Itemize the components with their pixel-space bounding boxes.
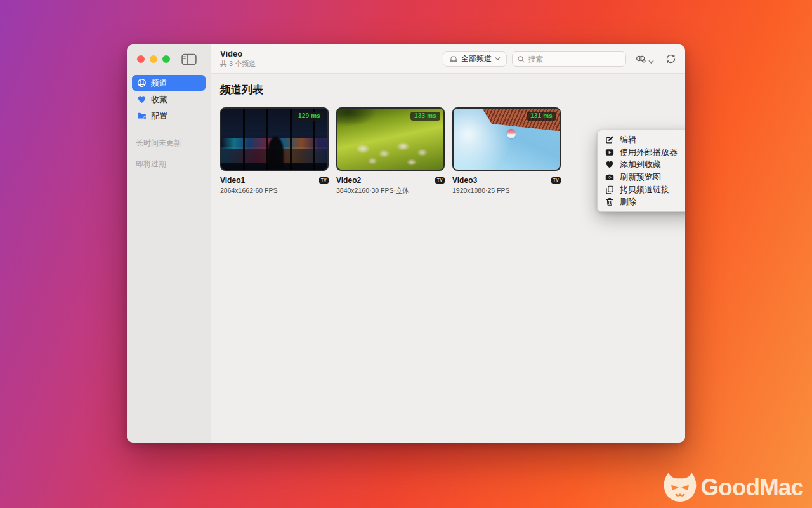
latency-badge: 129 ms <box>294 112 324 121</box>
sidebar-item-favorites[interactable]: 收藏 <box>132 91 206 107</box>
menu-item-refresh-preview[interactable]: 刷新预览图 <box>598 171 685 184</box>
latency-badge: 131 ms <box>527 112 556 121</box>
balloon-shape <box>507 129 516 138</box>
globe-icon <box>137 78 147 88</box>
sidebar-item-label: 频道 <box>151 77 167 89</box>
cat-logo-icon <box>664 472 697 503</box>
channel-name: Video1 <box>220 176 245 185</box>
filter-dropdown[interactable]: 全部频道 <box>443 51 507 67</box>
sidebar-item-channels[interactable]: 频道 <box>132 75 206 91</box>
app-window: 频道 收藏 配置 长时间未更新 即将过期 Video <box>127 44 685 443</box>
sidebar-toggle-icon[interactable] <box>181 53 197 65</box>
channel-meta: 2864x1662·60 FPS <box>220 187 329 194</box>
channel-card-video3[interactable]: 131 ms Video3 TV 1920x1080·25 FPS <box>452 107 561 196</box>
delete-icon <box>605 197 614 206</box>
link-settings-icon <box>635 53 647 64</box>
channel-caption: Video3 TV 1920x1080·25 FPS <box>452 176 561 194</box>
tv-badge-icon: TV <box>319 177 329 184</box>
menu-item-label: 删除 <box>620 196 685 208</box>
channel-card-video2[interactable]: 133 ms Video2 TV 3840x2160·30 FPS·立体 <box>336 107 445 196</box>
channel-name: Video2 <box>336 176 361 185</box>
menu-item-label: 添加到收藏 <box>620 159 685 170</box>
menu-item-edit[interactable]: 编辑 <box>598 133 685 146</box>
menu-item-label: 编辑 <box>620 134 685 145</box>
tv-badge-icon: TV <box>551 177 561 184</box>
latency-badge: 133 ms <box>410 112 440 121</box>
tray-icon <box>449 55 458 64</box>
link-settings-button[interactable] <box>635 53 654 64</box>
sidebar-item-settings[interactable]: 配置 <box>132 108 206 124</box>
sidebar-item-label: 配置 <box>151 110 167 122</box>
page-title: 频道列表 <box>220 83 676 97</box>
chevron-down-icon <box>495 56 501 62</box>
sidebar: 频道 收藏 配置 长时间未更新 即将过期 <box>127 44 211 443</box>
menu-item-label: 刷新预览图 <box>620 171 685 183</box>
channel-caption: Video1 TV 2864x1662·60 FPS <box>220 176 329 194</box>
channel-name: Video3 <box>452 176 477 185</box>
title-block: Video 共 3 个频道 <box>220 50 256 68</box>
edit-icon <box>605 135 614 144</box>
sidebar-filters: 长时间未更新 即将过期 <box>127 138 211 170</box>
sidebar-item-label: 收藏 <box>151 94 167 105</box>
channel-card-video1[interactable]: 129 ms Video1 TV 2864x1662·60 FPS <box>220 107 329 196</box>
silhouette-shape <box>268 137 284 168</box>
menu-item-add-favorite[interactable]: 添加到收藏 <box>598 158 685 171</box>
refresh-preview-icon <box>605 173 614 182</box>
favorite-icon <box>605 160 614 169</box>
channel-thumbnail[interactable]: 131 ms <box>452 107 561 171</box>
close-button[interactable] <box>137 55 145 63</box>
refresh-icon <box>665 53 676 64</box>
heart-icon <box>137 95 147 104</box>
sidebar-nav: 频道 收藏 配置 <box>127 72 211 126</box>
window-title: Video <box>220 50 256 59</box>
channel-thumbnail[interactable]: 133 ms <box>336 107 445 171</box>
watermark-text: GoodMac <box>700 474 803 501</box>
channel-count: 共 3 个频道 <box>220 60 256 68</box>
channel-meta: 1920x1080·25 FPS <box>452 187 561 194</box>
toolbar: Video 共 3 个频道 全部频道 <box>211 44 685 74</box>
menu-item-delete[interactable]: 删除 <box>598 196 685 208</box>
channel-caption: Video2 TV 3840x2160·30 FPS·立体 <box>336 176 445 196</box>
sidebar-filter-expiring[interactable]: 即将过期 <box>136 159 202 170</box>
menu-item-copy-link[interactable]: 拷贝频道链接 <box>598 184 685 196</box>
copy-link-icon <box>605 185 614 194</box>
external-player-icon <box>605 148 614 157</box>
channel-meta: 3840x2160·30 FPS·立体 <box>336 187 445 196</box>
minimize-button[interactable] <box>150 55 157 63</box>
window-controls <box>137 55 170 63</box>
channel-thumbnail[interactable]: 129 ms <box>220 107 329 171</box>
chevron-down-icon <box>648 56 654 62</box>
context-menu: 编辑 使用外部播放器 › 添加到收藏 刷新预览图 <box>597 130 685 212</box>
tv-badge-icon: TV <box>435 177 445 184</box>
search-field[interactable] <box>512 51 626 67</box>
search-input[interactable] <box>528 55 622 64</box>
search-icon <box>517 55 525 64</box>
menu-item-external-player[interactable]: 使用外部播放器 › <box>598 146 685 159</box>
refresh-button[interactable] <box>665 53 676 64</box>
main-area: Video 共 3 个频道 全部频道 <box>211 44 685 443</box>
filter-dropdown-label: 全部频道 <box>461 53 492 64</box>
zoom-button[interactable] <box>162 55 170 63</box>
folder-gear-icon <box>137 111 147 121</box>
menu-item-label: 使用外部播放器 <box>620 147 682 158</box>
sidebar-filter-stale[interactable]: 长时间未更新 <box>136 138 202 149</box>
menu-item-label: 拷贝频道链接 <box>620 184 685 196</box>
goodmac-watermark: GoodMac <box>664 472 803 503</box>
